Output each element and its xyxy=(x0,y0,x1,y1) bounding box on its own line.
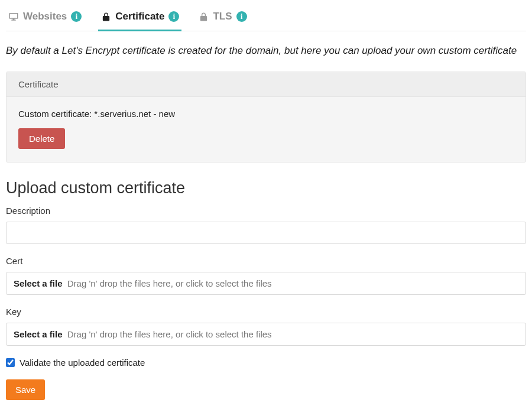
intro-text: By default a Let's Encrypt certificate i… xyxy=(6,43,526,59)
tab-tls-label: TLS xyxy=(213,11,232,22)
description-input[interactable] xyxy=(6,222,526,244)
cert-drop-hint: Drag 'n' drop the files here, or click t… xyxy=(67,278,272,288)
tab-certificate[interactable]: Certificate i xyxy=(98,5,181,31)
tab-certificate-label: Certificate xyxy=(115,11,164,22)
certificate-panel-title: Certificate xyxy=(7,72,525,97)
info-icon: i xyxy=(168,11,179,22)
certificate-info-text: Custom certificate: *.serverius.net - ne… xyxy=(18,109,514,119)
info-icon: i xyxy=(71,11,82,22)
cert-file-drop[interactable]: Select a file Drag 'n' drop the files he… xyxy=(6,272,526,295)
key-label: Key xyxy=(6,307,526,317)
lock-icon xyxy=(198,11,209,22)
key-file-drop[interactable]: Select a file Drag 'n' drop the files he… xyxy=(6,323,526,346)
upload-heading: Upload custom certificate xyxy=(6,179,526,197)
validate-checkbox-row: Validate the uploaded certificate xyxy=(6,358,526,368)
delete-button[interactable]: Delete xyxy=(18,128,65,149)
tab-websites[interactable]: Websites i xyxy=(6,5,84,31)
validate-checkbox[interactable] xyxy=(6,358,15,367)
monitor-icon xyxy=(8,11,19,22)
description-label: Description xyxy=(6,206,526,216)
validate-checkbox-label[interactable]: Validate the uploaded certificate xyxy=(20,358,145,368)
cert-label: Cert xyxy=(6,256,526,266)
tabs-bar: Websites i Certificate i TLS i xyxy=(6,5,526,31)
info-icon: i xyxy=(236,11,247,22)
certificate-panel-body: Custom certificate: *.serverius.net - ne… xyxy=(7,97,525,162)
key-drop-hint: Drag 'n' drop the files here, or click t… xyxy=(67,329,272,339)
tab-tls[interactable]: TLS i xyxy=(196,5,249,31)
key-select-file-label: Select a file xyxy=(14,329,63,339)
tab-websites-label: Websites xyxy=(23,11,67,22)
certificate-panel: Certificate Custom certificate: *.server… xyxy=(6,72,526,163)
save-button[interactable]: Save xyxy=(6,379,45,400)
lock-icon xyxy=(100,11,111,22)
cert-select-file-label: Select a file xyxy=(14,278,63,288)
